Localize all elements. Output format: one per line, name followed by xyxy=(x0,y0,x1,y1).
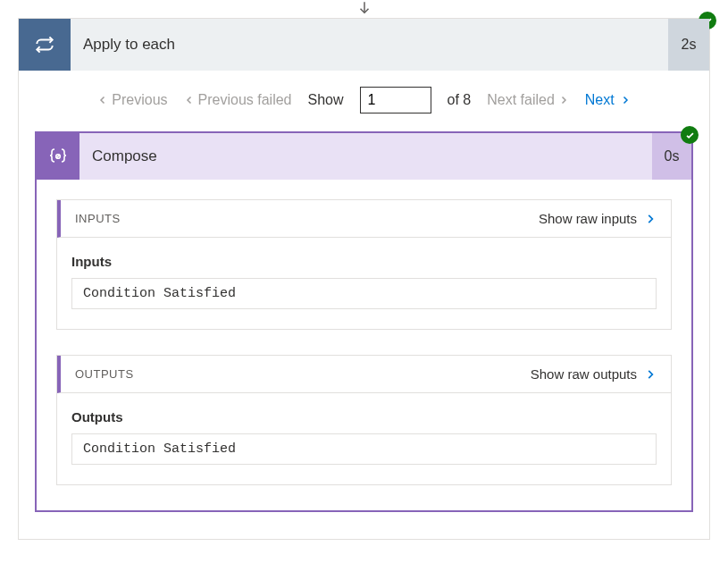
compose-icon xyxy=(37,133,79,180)
compose-title: Compose xyxy=(79,147,652,165)
flow-arrow-icon xyxy=(0,0,728,18)
chevron-right-icon xyxy=(644,367,657,382)
previous-label: Previous xyxy=(112,92,167,108)
chevron-left-icon xyxy=(97,94,108,106)
compose-body: INPUTS Show raw inputs Inputs Condition … xyxy=(37,180,691,510)
previous-button[interactable]: Previous xyxy=(97,92,167,108)
outputs-field-label: Outputs xyxy=(71,409,657,424)
show-raw-inputs-label: Show raw inputs xyxy=(539,211,637,226)
compose-header[interactable]: Compose 0s xyxy=(37,133,691,180)
apply-to-each-duration: 2s xyxy=(668,19,709,71)
apply-to-each-header[interactable]: Apply to each 2s xyxy=(19,19,709,71)
apply-to-each-card: Apply to each 2s Previous Previous faile… xyxy=(18,18,710,540)
previous-failed-label: Previous failed xyxy=(198,92,292,108)
iteration-input[interactable] xyxy=(360,87,431,113)
outputs-section-header: OUTPUTS Show raw outputs xyxy=(57,356,671,393)
chevron-right-icon xyxy=(644,212,657,226)
next-failed-button[interactable]: Next failed xyxy=(487,92,569,108)
inputs-field-label: Inputs xyxy=(71,254,657,269)
inputs-field-value: Condition Satisfied xyxy=(71,278,657,309)
show-raw-inputs-button[interactable]: Show raw inputs xyxy=(539,211,657,226)
show-label: Show xyxy=(307,92,343,108)
success-badge xyxy=(681,126,699,144)
iteration-pager: Previous Previous failed Show of 8 Next … xyxy=(19,71,709,131)
apply-to-each-title: Apply to each xyxy=(71,36,668,54)
previous-failed-button[interactable]: Previous failed xyxy=(184,92,292,108)
outputs-section-title: OUTPUTS xyxy=(75,367,134,381)
next-failed-label: Next failed xyxy=(487,92,555,108)
compose-card: Compose 0s INPUTS Show raw inputs Inputs… xyxy=(35,131,693,512)
outputs-field-value: Condition Satisfied xyxy=(71,433,657,465)
chevron-right-icon xyxy=(620,94,631,106)
of-total-label: of 8 xyxy=(448,92,472,108)
show-raw-outputs-label: Show raw outputs xyxy=(531,366,637,382)
outputs-section-body: Outputs Condition Satisfied xyxy=(57,393,671,484)
loop-icon xyxy=(19,19,71,71)
outputs-section: OUTPUTS Show raw outputs Outputs Conditi… xyxy=(56,355,672,485)
inputs-section: INPUTS Show raw inputs Inputs Condition … xyxy=(56,199,672,330)
chevron-right-icon xyxy=(558,94,569,106)
inputs-section-title: INPUTS xyxy=(75,212,121,225)
next-label: Next xyxy=(585,92,615,108)
next-button[interactable]: Next xyxy=(585,92,631,108)
chevron-left-icon xyxy=(184,94,195,106)
inputs-section-header: INPUTS Show raw inputs xyxy=(57,200,671,238)
inputs-section-body: Inputs Condition Satisfied xyxy=(57,238,671,329)
show-raw-outputs-button[interactable]: Show raw outputs xyxy=(531,366,657,382)
